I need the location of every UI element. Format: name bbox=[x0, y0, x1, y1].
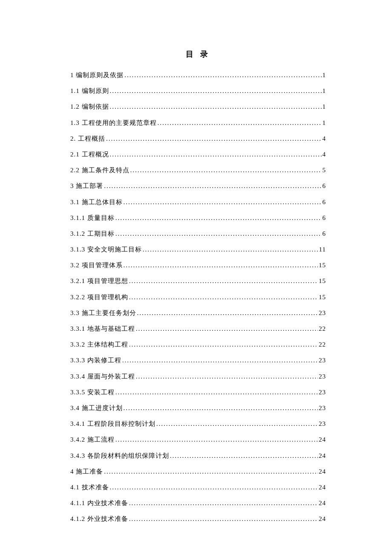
toc-entry-page: 15 bbox=[319, 278, 326, 284]
toc-entry-page: 1 bbox=[323, 88, 326, 94]
toc-entry-page: 23 bbox=[319, 373, 326, 380]
toc-entry-label: 1.2 编制依据 bbox=[70, 104, 109, 110]
toc-leader-dots bbox=[129, 341, 318, 348]
toc-entry: 3 施工部署6 bbox=[70, 183, 326, 189]
toc-entry-page: 1 bbox=[323, 104, 326, 110]
toc-leader-dots bbox=[158, 120, 322, 126]
toc-entry: 3.4.3 各阶段材料的组织保障计划24 bbox=[70, 453, 326, 459]
toc-entry: 3.3.3 内装修工程23 bbox=[70, 357, 326, 364]
toc-entry: 3.4 施工进度计划23 bbox=[70, 405, 326, 411]
toc-leader-dots bbox=[156, 421, 318, 427]
toc-entry-label: 3.4.2 施工流程 bbox=[70, 436, 115, 443]
toc-entry-page: 23 bbox=[319, 389, 326, 396]
toc-entry-label: 3.3.1 地基与基础工程 bbox=[70, 326, 135, 332]
toc-entry: 2.2 施工条件及特点5 bbox=[70, 167, 326, 173]
toc-entry-page: 22 bbox=[319, 341, 326, 348]
toc-entry: 4.1.2 外业技术准备24 bbox=[70, 516, 326, 522]
toc-entry: 3.2.1 项目管理思想15 bbox=[70, 278, 326, 284]
toc-entry: 3.1 施工总体目标6 bbox=[70, 199, 326, 205]
toc-entry: 3.1.2 工期目标6 bbox=[70, 231, 326, 237]
toc-entry-page: 6 bbox=[323, 231, 326, 237]
toc-entry-label: 3.2 项目管理体系 bbox=[70, 262, 123, 269]
toc-entry-page: 15 bbox=[319, 294, 326, 301]
toc-leader-dots bbox=[130, 167, 322, 173]
toc-entry-label: 2.1 工程概况 bbox=[70, 151, 109, 158]
toc-entry: 3.4.2 施工流程24 bbox=[70, 436, 326, 443]
toc-entry-page: 6 bbox=[323, 215, 326, 221]
toc-leader-dots bbox=[106, 136, 322, 142]
toc-leader-dots bbox=[115, 389, 318, 396]
toc-leader-dots bbox=[129, 294, 318, 301]
toc-leader-dots bbox=[115, 231, 322, 237]
toc-leader-dots bbox=[104, 468, 318, 475]
toc-entry: 2.1 工程概况4 bbox=[70, 151, 326, 158]
toc-entry: 2. 工程概括4 bbox=[70, 136, 326, 142]
toc-entry-page: 24 bbox=[319, 484, 326, 491]
toc-leader-dots bbox=[129, 278, 318, 284]
toc-entry-label: 3.2.1 项目管理思想 bbox=[70, 278, 128, 284]
toc-entry: 3.2.2 项目管理机构15 bbox=[70, 294, 326, 301]
toc-leader-dots bbox=[143, 246, 318, 253]
toc-entry: 3.2 项目管理体系15 bbox=[70, 262, 326, 269]
toc-entry-label: 2.2 施工条件及特点 bbox=[70, 167, 130, 173]
toc-entry: 1.2 编制依据1 bbox=[70, 104, 326, 110]
toc-leader-dots bbox=[115, 215, 322, 221]
toc-entry-label: 1 编制原则及依据 bbox=[70, 72, 124, 78]
toc-entry-page: 24 bbox=[319, 453, 326, 459]
toc-leader-dots bbox=[136, 326, 318, 332]
toc-entry-label: 4.1 技术准备 bbox=[70, 484, 109, 491]
toc-entry-page: 4 bbox=[323, 151, 326, 158]
toc-entry-label: 4 施工准备 bbox=[70, 468, 103, 475]
toc-entry-label: 1.1 编制原则 bbox=[70, 88, 109, 94]
toc-leader-dots bbox=[136, 373, 318, 380]
toc-entry-page: 24 bbox=[319, 436, 326, 443]
toc-entry: 3.1.1 质量目标6 bbox=[70, 215, 326, 221]
toc-leader-dots bbox=[104, 183, 321, 189]
toc-entry: 4.1.1 内业技术准备24 bbox=[70, 500, 326, 506]
toc-leader-dots bbox=[129, 500, 318, 506]
toc-leader-dots bbox=[124, 262, 318, 269]
toc-leader-dots bbox=[124, 72, 321, 78]
toc-entry-label: 3.3 施工主要任务划分 bbox=[70, 310, 136, 316]
toc-entry: 1 编制原则及依据1 bbox=[70, 72, 326, 78]
toc-entry: 3.3.4 屋面与外装工程23 bbox=[70, 373, 326, 380]
toc-entry-page: 23 bbox=[319, 310, 326, 316]
toc-entry-page: 6 bbox=[323, 199, 326, 205]
toc-leader-dots bbox=[129, 516, 318, 522]
toc-entry-label: 3.3.4 屋面与外装工程 bbox=[70, 373, 135, 380]
toc-leader-dots bbox=[124, 405, 318, 411]
toc-entry-page: 22 bbox=[319, 326, 326, 332]
toc-entry-page: 11 bbox=[319, 246, 326, 253]
toc-entry-page: 24 bbox=[319, 516, 326, 522]
toc-entry-label: 3.4.3 各阶段材料的组织保障计划 bbox=[70, 453, 169, 459]
toc-leader-dots bbox=[137, 310, 318, 316]
document-page: 目 录 1 编制原则及依据11.1 编制原则11.2 编制依据11.3 工程使用… bbox=[0, 0, 392, 555]
toc-entry-page: 24 bbox=[319, 500, 326, 506]
toc-entry: 4.1 技术准备24 bbox=[70, 484, 326, 491]
toc-entry-label: 3.1 施工总体目标 bbox=[70, 199, 123, 205]
toc-entry-page: 23 bbox=[319, 357, 326, 364]
toc-leader-dots bbox=[110, 104, 322, 110]
toc-entry-page: 24 bbox=[319, 468, 326, 475]
toc-leader-dots bbox=[124, 199, 322, 205]
toc-entry-label: 3.1.3 安全文明施工目标 bbox=[70, 246, 142, 253]
toc-entry-label: 3.1.1 质量目标 bbox=[70, 215, 115, 221]
toc-entry-page: 23 bbox=[319, 405, 326, 411]
toc-entry-page: 1 bbox=[323, 120, 326, 126]
toc-entry-label: 3.1.2 工期目标 bbox=[70, 231, 115, 237]
toc-list: 1 编制原则及依据11.1 编制原则11.2 编制依据11.3 工程使用的主要规… bbox=[70, 72, 326, 522]
toc-leader-dots bbox=[122, 357, 318, 364]
toc-entry-label: 3.4.1 工程阶段目标控制计划 bbox=[70, 421, 156, 427]
toc-entry: 1.3 工程使用的主要规范章程1 bbox=[70, 120, 326, 126]
toc-entry: 3.3.5 安装工程23 bbox=[70, 389, 326, 396]
toc-entry-page: 15 bbox=[319, 262, 326, 269]
toc-entry-page: 6 bbox=[323, 183, 326, 189]
toc-entry-label: 4.1.2 外业技术准备 bbox=[70, 516, 128, 522]
toc-leader-dots bbox=[110, 151, 322, 158]
toc-leader-dots bbox=[110, 484, 318, 491]
toc-title: 目 录 bbox=[70, 49, 326, 59]
toc-leader-dots bbox=[170, 453, 318, 459]
toc-entry-label: 3.3.2 主体结构工程 bbox=[70, 341, 128, 348]
toc-entry: 3.3.2 主体结构工程22 bbox=[70, 341, 326, 348]
toc-entry-label: 3 施工部署 bbox=[70, 183, 103, 189]
